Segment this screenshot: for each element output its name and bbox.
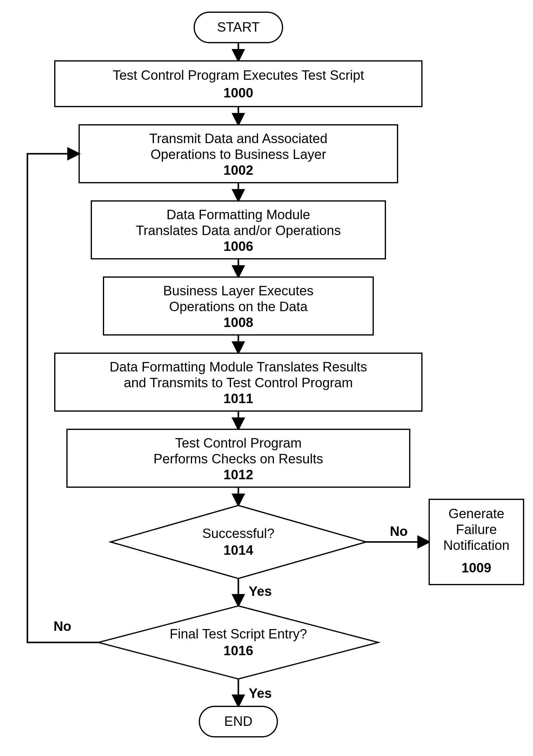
b1006-t2: Translates Data and/or Operations	[136, 223, 341, 238]
d1016-t1: Final Test Script Entry?	[170, 626, 307, 641]
b1012-t2: Performs Checks on Results	[153, 451, 323, 466]
decision-1014	[111, 505, 366, 579]
d1014-t1: Successful?	[202, 526, 274, 541]
b1009-num: 1009	[462, 560, 491, 575]
b1008-num: 1008	[224, 315, 253, 330]
no-label-1016: No	[54, 619, 71, 634]
b1000-num: 1000	[224, 85, 253, 100]
b1008-t1: Business Layer Executes	[163, 283, 313, 298]
end-label: END	[224, 714, 253, 729]
b1009-t2: Failure	[456, 522, 497, 537]
d1016-num: 1016	[224, 643, 253, 658]
decision-1016	[98, 606, 378, 679]
b1006-t1: Data Formatting Module	[167, 207, 310, 222]
b1002-t2: Operations to Business Layer	[150, 147, 326, 162]
b1002-t1: Transmit Data and Associated	[149, 131, 327, 146]
b1012-num: 1012	[224, 467, 253, 482]
b1006-num: 1006	[224, 239, 253, 254]
d1014-num: 1014	[224, 543, 253, 557]
b1009-t3: Notification	[443, 538, 510, 553]
b1009-t1: Generate	[448, 506, 504, 521]
b1011-num: 1011	[224, 391, 253, 406]
b1012-t1: Test Control Program	[175, 435, 302, 450]
start-label: START	[217, 19, 260, 34]
b1000-t1: Test Control Program Executes Test Scrip…	[113, 68, 364, 83]
no-label-1014: No	[390, 524, 408, 539]
b1011-t1: Data Formatting Module Translates Result…	[110, 359, 367, 374]
b1008-t2: Operations on the Data	[169, 299, 308, 314]
yes-label-1014: Yes	[249, 584, 272, 599]
b1002-num: 1002	[224, 163, 253, 177]
yes-label-1016: Yes	[249, 686, 272, 701]
b1011-t2: and Transmits to Test Control Program	[124, 375, 353, 390]
